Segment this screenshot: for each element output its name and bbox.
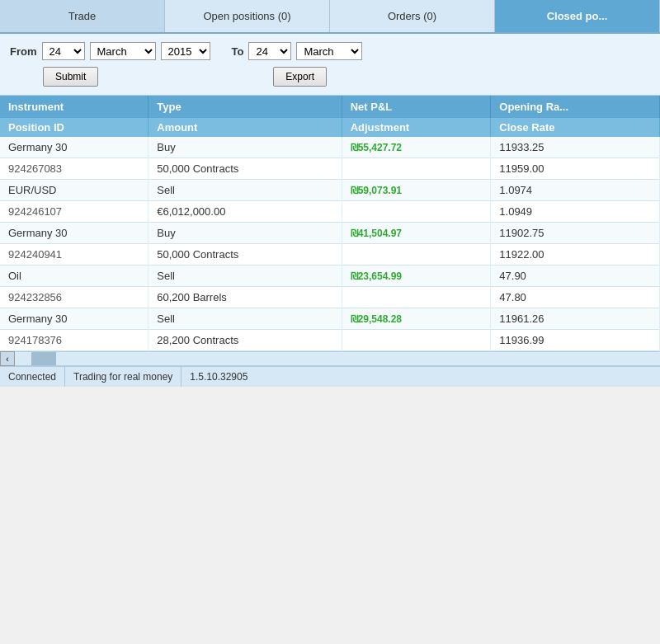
status-connected: Connected <box>0 367 65 387</box>
position-id: 924267083 <box>0 158 148 180</box>
adjustment <box>342 287 491 308</box>
positions-table: Instrument Type Net P&L Opening Ra... Po… <box>0 96 660 351</box>
instrument-name: Germany 30 <box>0 137 148 158</box>
amount: 60,200 Barrels <box>148 287 342 308</box>
amount: 28,200 Contracts <box>148 330 342 351</box>
table-subrow: 924178376 28,200 Contracts 11936.99 <box>0 330 660 351</box>
net-pnl: ₪41,504.97 <box>342 223 491 244</box>
scroll-left-button[interactable]: ‹ <box>0 351 15 366</box>
trade-type: Sell <box>148 180 342 201</box>
to-label: To <box>232 45 244 58</box>
col-header-pnl: Net P&L <box>342 96 491 118</box>
to-month-select[interactable]: March <box>296 42 362 60</box>
col-header-close-rate: Close Rate <box>491 118 660 137</box>
col-header-adjustment: Adjustment <box>342 118 491 137</box>
opening-rate: 11902.75 <box>491 223 660 244</box>
trade-type: Sell <box>148 266 342 287</box>
close-rate: 47.80 <box>491 287 660 308</box>
table-subrow: 924232856 60,200 Barrels 47.80 <box>0 287 660 308</box>
adjustment <box>342 201 491 223</box>
from-label: From <box>10 45 37 58</box>
opening-rate: 1.0974 <box>491 180 660 201</box>
submit-button[interactable]: Submit <box>43 67 98 87</box>
adjustment <box>342 244 491 266</box>
to-day-select[interactable]: 24 <box>248 42 291 60</box>
table-row: Germany 30 Sell ₪29,548.28 11961.26 <box>0 308 660 330</box>
instrument-name: Germany 30 <box>0 223 148 244</box>
scroll-thumb[interactable] <box>31 352 56 365</box>
opening-rate: 47.90 <box>491 266 660 287</box>
status-version: 1.5.10.32905 <box>182 367 256 387</box>
from-month-select[interactable]: March <box>90 42 156 60</box>
close-rate: 1.0949 <box>491 201 660 223</box>
tab-orders[interactable]: Orders (0) <box>330 0 495 32</box>
from-day-select[interactable]: 24 <box>42 42 85 60</box>
status-trading-mode: Trading for real money <box>65 367 182 387</box>
position-id: 924240941 <box>0 244 148 266</box>
position-id: 924232856 <box>0 287 148 308</box>
positions-table-container: Instrument Type Net P&L Opening Ra... Po… <box>0 96 660 351</box>
col-header-opening-rate: Opening Ra... <box>491 96 660 118</box>
instrument-name: Oil <box>0 266 148 287</box>
amount: 50,000 Contracts <box>148 158 342 180</box>
trade-type: Buy <box>148 223 342 244</box>
from-year-select[interactable]: 2015 <box>161 42 210 60</box>
table-row: Oil Sell ₪23,654.99 47.90 <box>0 266 660 287</box>
close-rate: 11959.00 <box>491 158 660 180</box>
col-header-instrument: Instrument <box>0 96 148 118</box>
instrument-name: Germany 30 <box>0 308 148 330</box>
amount: 50,000 Contracts <box>148 244 342 266</box>
col-header-amount: Amount <box>148 118 342 137</box>
table-row: Germany 30 Buy ₪41,504.97 11902.75 <box>0 223 660 244</box>
table-subrow: 924246107 €6,012,000.00 1.0949 <box>0 201 660 223</box>
opening-rate: 11961.26 <box>491 308 660 330</box>
net-pnl: ₪29,548.28 <box>342 308 491 330</box>
close-rate: 11922.00 <box>491 244 660 266</box>
col-header-position-id: Position ID <box>0 118 148 137</box>
tab-closed-positions[interactable]: Closed po... <box>495 0 660 32</box>
trade-type: Buy <box>148 137 342 158</box>
opening-rate: 11933.25 <box>491 137 660 158</box>
close-rate: 11936.99 <box>491 330 660 351</box>
net-pnl: ₪55,427.72 <box>342 137 491 158</box>
table-subrow: 924240941 50,000 Contracts 11922.00 <box>0 244 660 266</box>
position-id: 924178376 <box>0 330 148 351</box>
amount: €6,012,000.00 <box>148 201 342 223</box>
export-button[interactable]: Export <box>273 67 327 87</box>
table-subrow: 924267083 50,000 Contracts 11959.00 <box>0 158 660 180</box>
horizontal-scrollbar[interactable]: ‹ <box>0 351 660 366</box>
filter-bar: From 24 March 2015 To 24 March Submit Ex… <box>0 34 660 96</box>
tab-trade[interactable]: Trade <box>0 0 165 32</box>
position-id: 924246107 <box>0 201 148 223</box>
net-pnl: ₪23,654.99 <box>342 266 491 287</box>
table-row: Germany 30 Buy ₪55,427.72 11933.25 <box>0 137 660 158</box>
trade-type: Sell <box>148 308 342 330</box>
status-bar: Connected Trading for real money 1.5.10.… <box>0 366 660 387</box>
adjustment <box>342 158 491 180</box>
instrument-name: EUR/USD <box>0 180 148 201</box>
net-pnl: ₪59,073.91 <box>342 180 491 201</box>
col-header-type: Type <box>148 96 342 118</box>
adjustment <box>342 330 491 351</box>
tab-bar: Trade Open positions (0) Orders (0) Clos… <box>0 0 660 34</box>
scroll-track <box>15 352 660 365</box>
tab-open-positions[interactable]: Open positions (0) <box>165 0 330 32</box>
table-row: EUR/USD Sell ₪59,073.91 1.0974 <box>0 180 660 201</box>
